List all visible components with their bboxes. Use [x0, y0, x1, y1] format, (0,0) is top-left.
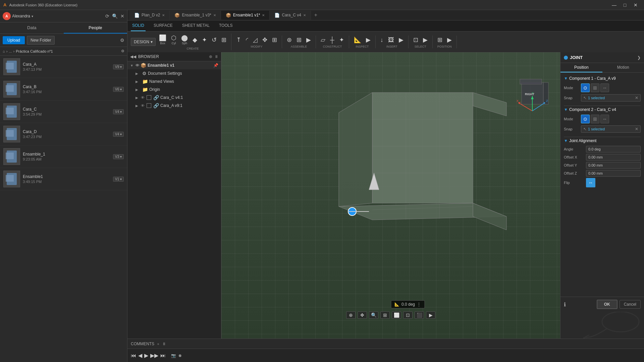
select-button[interactable]: ⊡: [411, 36, 420, 44]
joint-expand-icon[interactable]: ❯: [637, 55, 641, 60]
tab-plan-d[interactable]: 📄 Plan_D v2 ✕: [129, 11, 170, 20]
comp1-snap-field[interactable]: ↖ 1 selected ✕: [581, 94, 641, 102]
comments-collapse-icon[interactable]: ⏸: [162, 342, 166, 346]
create-loft-button[interactable]: ◆: [191, 36, 199, 44]
angle-options-icon[interactable]: ⋮: [417, 302, 421, 307]
tab-ensamble1-v3[interactable]: 📦 Ensamble_1 v3* ✕: [170, 11, 221, 20]
root-pin-icon[interactable]: 📌: [213, 63, 218, 68]
minimize-button[interactable]: —: [609, 2, 619, 8]
playbar-record-icon[interactable]: ⏺: [178, 353, 182, 358]
create-box-button[interactable]: ⬜Box: [157, 34, 168, 46]
comp2-mode-btn-1[interactable]: ⊞: [591, 115, 599, 123]
insert-more-button[interactable]: ▶: [397, 36, 406, 44]
construct-point-button[interactable]: ✦: [337, 36, 346, 44]
tab-cara-c-v4[interactable]: 📄 Cara_C v4 ✕: [270, 11, 311, 20]
tool-tab-surface[interactable]: SURFACE: [152, 20, 174, 31]
comp2-snap-field[interactable]: ↖ 1 selected ✕: [581, 125, 641, 133]
joint-tab-position[interactable]: Position: [560, 63, 602, 72]
file-version-cara_d[interactable]: V4 ▾: [113, 132, 124, 137]
viewport[interactable]: X Y Z RIGHT 📐 0.0 deg ⋮ ⊕ ✥: [221, 52, 560, 339]
breadcrumb-settings-icon[interactable]: ⚙: [121, 49, 124, 53]
offset-z-input[interactable]: [586, 170, 641, 177]
playbar-end-button[interactable]: ⏭: [160, 353, 166, 359]
new-tab-button[interactable]: +: [311, 10, 321, 20]
close-button[interactable]: ✕: [631, 2, 641, 8]
select-more-button[interactable]: ▶: [421, 36, 430, 44]
browser-settings-icon[interactable]: ⊕: [209, 54, 212, 59]
playbar-next-button[interactable]: ▶▶: [150, 352, 158, 359]
file-item-cara_c[interactable]: Cara_C 3:54:29 PM V4 ▾: [0, 101, 127, 123]
inspect-measure-button[interactable]: 📐: [352, 36, 363, 44]
flip-button[interactable]: ↔: [586, 178, 595, 187]
component1-header[interactable]: ▼ Component 1 - Cara_A v9: [564, 76, 641, 81]
file-version-cara_a[interactable]: V9 ▾: [113, 64, 124, 69]
comp2-mode-btn-2[interactable]: ↔: [600, 115, 609, 123]
file-item-ensamble1[interactable]: Ensamble1 3:49:15 PM V1 ▾: [0, 168, 127, 190]
tab-ensamble1-v1[interactable]: 📦 Ensamble1 v1* ✕: [221, 11, 270, 20]
ok-button[interactable]: OK: [597, 300, 618, 309]
more-viewport-icon[interactable]: ▶: [426, 311, 435, 319]
comp1-snap-clear-icon[interactable]: ✕: [635, 96, 638, 100]
orbit-icon[interactable]: ⊕: [346, 311, 356, 319]
file-version-cara_b[interactable]: V6 ▾: [113, 87, 124, 92]
maximize-button[interactable]: □: [620, 2, 630, 8]
cancel-button[interactable]: Cancel: [620, 300, 641, 309]
browser-item-cara-c[interactable]: ▶ 👁 🔗 Cara_C v4:1: [127, 94, 221, 102]
zoom-icon[interactable]: 🔍: [369, 311, 378, 319]
angle-input[interactable]: [586, 146, 641, 153]
alignment-header[interactable]: ▼ Joint Alignment: [564, 138, 641, 143]
move-button[interactable]: ✥: [260, 36, 269, 44]
comp1-mode-btn-0[interactable]: ⊙: [581, 83, 590, 92]
close-sidebar-icon[interactable]: ✕: [120, 13, 124, 19]
comp1-mode-btn-1[interactable]: ⊞: [591, 83, 599, 92]
tool-tab-sheet-metal[interactable]: SHEET METAL: [181, 20, 211, 31]
tab-people[interactable]: People: [64, 22, 127, 34]
refresh-icon[interactable]: ⟳: [105, 13, 109, 19]
upload-button[interactable]: Upload: [3, 36, 25, 44]
joint-button[interactable]: ⊛: [285, 36, 294, 44]
file-item-ensamble_1[interactable]: Ensamble_1 9:23:05 AM V3 ▾: [0, 145, 127, 168]
comp2-snap-clear-icon[interactable]: ✕: [635, 127, 638, 131]
construct-axis-button[interactable]: ┼: [328, 36, 336, 44]
design-dropdown[interactable]: DESIGN ▾: [131, 38, 156, 46]
close-tab-ensamble1-v1[interactable]: ✕: [262, 13, 265, 17]
user-info[interactable]: A Alexandra ▾: [3, 12, 33, 20]
create-pipe-button[interactable]: ⊞: [219, 36, 228, 44]
comp1-mode-btn-2[interactable]: ↔: [600, 83, 609, 92]
new-folder-button[interactable]: New Folder: [27, 36, 55, 45]
tool-tab-tools[interactable]: TOOLS: [218, 20, 234, 31]
browser-collapse-button[interactable]: ◀◀: [130, 54, 136, 59]
display-settings-icon[interactable]: ⊡: [403, 311, 413, 319]
inspect-more-button[interactable]: ▶: [364, 36, 373, 44]
position-button[interactable]: ⊞: [435, 36, 444, 44]
playbar-home-button[interactable]: ⏮: [131, 353, 136, 359]
playbar-prev-button[interactable]: ◀: [138, 352, 142, 359]
cara-a-checkbox-icon[interactable]: [147, 103, 151, 108]
file-item-cara_d[interactable]: Cara_D 3:47:23 PM V4 ▾: [0, 123, 127, 145]
settings-icon[interactable]: ⚙: [120, 38, 124, 43]
home-icon[interactable]: ⌂: [3, 49, 5, 53]
insert-decal-button[interactable]: 🖼: [386, 36, 396, 44]
playbar-play-button[interactable]: ▶: [144, 352, 148, 359]
view-cube-icon[interactable]: ⬜: [392, 311, 401, 319]
visual-style-icon[interactable]: ⬛: [415, 311, 424, 319]
file-version-ensamble_1[interactable]: V3 ▾: [113, 154, 124, 159]
joint-tab-motion[interactable]: Motion: [602, 63, 644, 72]
insert-derive-button[interactable]: ↓: [378, 36, 385, 44]
cara-c-eye-icon[interactable]: 👁: [141, 96, 145, 100]
browser-item-cara-a[interactable]: ▶ 👁 🔗 Cara_A v9:1: [127, 102, 221, 110]
browser-item-origin[interactable]: ▶ 📁 Origin: [127, 85, 221, 94]
browser-collapse-icon[interactable]: ⏸: [214, 54, 218, 59]
browser-root[interactable]: ▼ 👁 📦 Ensamble1 v1 📌: [127, 61, 221, 69]
construct-plane-button[interactable]: ▱: [319, 36, 327, 44]
pan-icon[interactable]: ✥: [358, 311, 367, 319]
breadcrumb-dots[interactable]: ...: [9, 49, 12, 53]
close-tab-ensamble1-v3[interactable]: ✕: [213, 13, 216, 17]
file-item-cara_a[interactable]: Cara_A 3:47:13 PM V9 ▾: [0, 56, 127, 78]
create-cylinder-button[interactable]: ⬡Cyl: [169, 34, 178, 46]
breadcrumb-project[interactable]: Práctica Calificado nº1: [16, 49, 53, 53]
chamfer-button[interactable]: ◿: [251, 36, 260, 44]
browser-item-named-views[interactable]: ▶ 📁 Named Views: [127, 77, 221, 85]
search-icon[interactable]: 🔍: [112, 13, 118, 19]
create-more-button[interactable]: ✦: [200, 36, 209, 44]
